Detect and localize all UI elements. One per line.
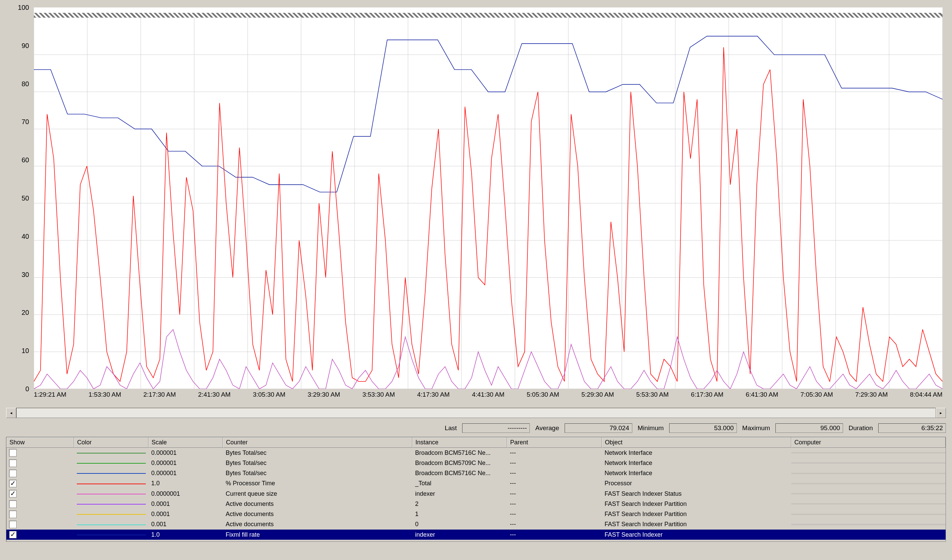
col-object[interactable]: Object	[602, 437, 791, 448]
y-tick: 90	[22, 42, 29, 49]
triangle-left-icon: ◂	[10, 410, 12, 415]
scale-cell: 1.0	[148, 479, 223, 487]
show-checkbox[interactable]	[9, 470, 17, 477]
y-tick: 10	[22, 347, 29, 355]
instance-cell: 1	[413, 510, 507, 518]
maximum-label: Maximum	[742, 424, 770, 432]
x-tick: 3:29:30 AM	[308, 391, 340, 404]
scale-cell: 0.000001	[148, 469, 223, 477]
object-cell: FAST Search Indexer Status	[602, 490, 791, 498]
parent-cell: ---	[507, 510, 602, 518]
parent-cell: ---	[507, 500, 602, 508]
x-tick: 5:29:30 AM	[581, 391, 614, 404]
legend-row[interactable]: 1.0Fixml fill rateindexer---FAST Search …	[6, 529, 946, 540]
show-checkbox[interactable]	[9, 500, 17, 508]
horizontal-scrollbar[interactable]: ◂ ▸	[6, 408, 946, 418]
legend-row[interactable]: 0.0001Active documents2---FAST Search In…	[6, 499, 946, 509]
legend-row[interactable]: 0.0000001Current queue sizeindexer---FAS…	[6, 489, 946, 499]
col-counter[interactable]: Counter	[223, 437, 413, 448]
col-computer[interactable]: Computer	[791, 437, 946, 448]
instance-cell: Broadcom BCM5716C Ne...	[413, 469, 507, 477]
legend-body: 0.000001Bytes Total/secBroadcom BCM5716C…	[6, 448, 946, 540]
show-checkbox[interactable]	[9, 490, 17, 497]
object-cell: Network Interface	[602, 449, 791, 457]
y-tick: 40	[22, 232, 29, 240]
parent-cell: ---	[507, 490, 602, 498]
x-tick: 3:53:30 AM	[362, 391, 395, 404]
scale-cell: 0.000001	[148, 449, 223, 457]
show-checkbox[interactable]	[9, 511, 17, 518]
scale-cell: 0.000001	[148, 459, 223, 467]
color-swatch	[77, 484, 146, 484]
object-cell: FAST Search Indexer Partition	[602, 510, 791, 518]
x-tick: 6:41:30 AM	[746, 391, 778, 404]
scale-cell: 0.0001	[148, 510, 223, 518]
parent-cell: ---	[507, 531, 602, 539]
y-tick: 30	[22, 270, 29, 278]
legend-header-row: Show Color Scale Counter Instance Parent…	[6, 437, 946, 448]
show-checkbox[interactable]	[9, 531, 17, 538]
counter-cell: Fixml fill rate	[223, 531, 413, 539]
x-axis-ticks: 1:29:21 AM1:53:30 AM2:17:30 AM2:41:30 AM…	[34, 391, 943, 404]
object-cell: FAST Search Indexer Partition	[602, 520, 791, 529]
show-checkbox[interactable]	[9, 460, 17, 467]
instance-cell: Broadcom BCM5716C Ne...	[413, 449, 507, 457]
instance-cell: Broadcom BCM5709C Ne...	[413, 459, 507, 467]
duration-label: Duration	[848, 424, 873, 432]
col-scale[interactable]: Scale	[148, 437, 223, 448]
triangle-right-icon: ▸	[940, 410, 942, 415]
last-value: ---------	[462, 423, 530, 433]
average-value: 79.024	[565, 423, 632, 433]
color-swatch	[77, 494, 146, 494]
x-tick: 7:05:30 AM	[801, 391, 833, 404]
legend-row[interactable]: 0.001Active documents0---FAST Search Ind…	[6, 520, 946, 529]
instance-cell: 2	[413, 500, 507, 508]
chart-svg	[34, 18, 943, 389]
counter-legend-table[interactable]: Show Color Scale Counter Instance Parent…	[6, 437, 946, 542]
show-checkbox[interactable]	[9, 521, 17, 528]
computer-cell	[791, 514, 946, 515]
color-swatch	[77, 473, 146, 474]
parent-cell: ---	[507, 449, 602, 457]
y-axis-ticks: 0102030405060708090100	[6, 6, 31, 389]
scroll-right-button[interactable]: ▸	[936, 408, 946, 418]
counter-cell: Current queue size	[223, 490, 413, 498]
scroll-track[interactable]	[16, 408, 936, 418]
x-tick: 1:53:30 AM	[89, 391, 121, 404]
y-tick: 80	[22, 80, 29, 88]
parent-cell: ---	[507, 469, 602, 477]
col-parent[interactable]: Parent	[507, 437, 602, 448]
legend-row[interactable]: 1.0% Processor Time_Total---Processor	[6, 478, 946, 489]
scale-cell: 0.0000001	[148, 490, 223, 498]
parent-cell: ---	[507, 520, 602, 529]
x-tick: 1:29:21 AM	[34, 391, 66, 404]
show-checkbox[interactable]	[9, 480, 17, 487]
instance-cell: indexer	[413, 531, 507, 539]
legend-row[interactable]: 0.000001Bytes Total/secBroadcom BCM5716C…	[6, 468, 946, 478]
show-checkbox[interactable]	[9, 449, 17, 457]
y-tick: 20	[22, 309, 29, 316]
parent-cell: ---	[507, 459, 602, 467]
scale-cell: 0.001	[148, 520, 223, 529]
color-swatch	[77, 453, 146, 454]
legend-row[interactable]: 0.000001Bytes Total/secBroadcom BCM5709C…	[6, 458, 946, 468]
last-label: Last	[445, 424, 457, 432]
legend-row[interactable]: 0.0001Active documents1---FAST Search In…	[6, 509, 946, 520]
x-tick: 4:17:30 AM	[417, 391, 450, 404]
instance-cell: indexer	[413, 490, 507, 498]
computer-cell	[791, 462, 946, 464]
y-tick: 70	[22, 118, 29, 126]
average-label: Average	[535, 424, 559, 432]
col-color[interactable]: Color	[74, 437, 148, 448]
color-swatch	[77, 535, 146, 535]
x-tick: 5:05:30 AM	[527, 391, 559, 404]
parent-cell: ---	[507, 479, 602, 487]
legend-row[interactable]: 0.000001Bytes Total/secBroadcom BCM5716C…	[6, 448, 946, 458]
scroll-left-button[interactable]: ◂	[6, 408, 16, 418]
plot-area[interactable]	[34, 8, 943, 389]
col-show[interactable]: Show	[6, 437, 74, 448]
computer-cell	[791, 483, 946, 484]
maximum-value: 95.000	[776, 423, 843, 433]
color-swatch	[77, 514, 146, 515]
col-instance[interactable]: Instance	[413, 437, 507, 448]
